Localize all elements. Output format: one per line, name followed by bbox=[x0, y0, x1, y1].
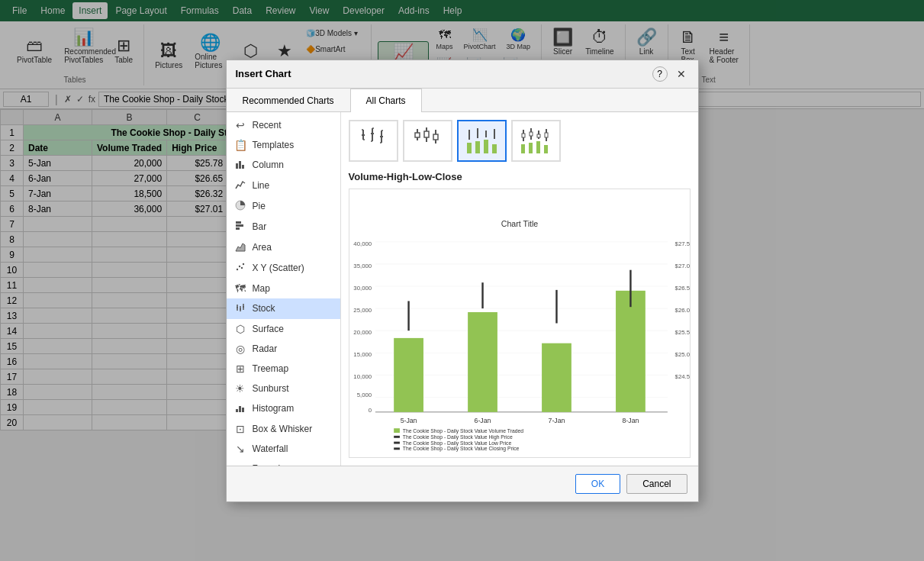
svg-text:$26.00: $26.00 bbox=[674, 306, 689, 313]
svg-text:5,000: 5,000 bbox=[356, 392, 371, 398]
chart-preview-svg: Chart Title 40,000 35,000 30,000 25,000 … bbox=[349, 189, 690, 457]
chart-type-column[interactable]: Column bbox=[227, 155, 340, 176]
chart-type-treemap[interactable]: ⊞ Treemap bbox=[227, 359, 340, 379]
svg-rect-4 bbox=[236, 221, 241, 224]
chart-type-recent[interactable]: ↩ Recent bbox=[227, 115, 340, 135]
svg-text:30,000: 30,000 bbox=[353, 284, 372, 291]
tab-all-charts[interactable]: All Charts bbox=[350, 89, 422, 112]
treemap-chart-icon: ⊞ bbox=[234, 363, 246, 375]
svg-rect-100 bbox=[394, 435, 400, 437]
radar-chart-icon: ◎ bbox=[234, 343, 246, 355]
chart-type-sunburst[interactable]: ☀ Sunburst bbox=[227, 379, 340, 398]
chart-type-histogram[interactable]: Histogram bbox=[227, 398, 340, 419]
cancel-button[interactable]: Cancel bbox=[626, 474, 687, 494]
column-chart-icon bbox=[234, 159, 246, 172]
chart-preview: Chart Title 40,000 35,000 30,000 25,000 … bbox=[349, 189, 691, 458]
box-whisker-icon: ⊡ bbox=[234, 423, 246, 435]
dialog-body: ↩ Recent 📋 Templates Column bbox=[227, 112, 698, 466]
chart-type-templates[interactable]: 📋 Templates bbox=[227, 135, 340, 155]
sunburst-chart-icon: ☀ bbox=[234, 382, 246, 395]
svg-rect-48 bbox=[529, 143, 533, 153]
chart-type-sunburst-label: Sunburst bbox=[253, 383, 289, 394]
chart-type-box-whisker-label: Box & Whisker bbox=[253, 424, 313, 434]
pie-chart-icon bbox=[234, 200, 246, 213]
svg-text:6-Jan: 6-Jan bbox=[474, 417, 491, 424]
chart-type-recent-label: Recent bbox=[253, 120, 282, 131]
selected-chart-name: Volume-High-Low-Close bbox=[349, 171, 691, 182]
svg-rect-52 bbox=[522, 134, 525, 137]
chart-thumb-ohlc[interactable] bbox=[403, 120, 452, 162]
svg-text:The Cookie Shop - Daily Stock : The Cookie Shop - Daily Stock Value Clos… bbox=[402, 446, 519, 452]
svg-rect-0 bbox=[236, 163, 238, 169]
svg-rect-56 bbox=[537, 134, 540, 137]
templates-icon: 📋 bbox=[234, 139, 246, 151]
chart-type-waterfall[interactable]: ↘ Waterfall bbox=[227, 439, 340, 459]
svg-point-10 bbox=[240, 266, 242, 268]
chart-type-box-whisker[interactable]: ⊡ Box & Whisker bbox=[227, 419, 340, 439]
svg-rect-1 bbox=[239, 161, 241, 169]
svg-rect-89 bbox=[616, 290, 646, 411]
svg-rect-49 bbox=[536, 141, 540, 153]
svg-rect-58 bbox=[545, 133, 548, 137]
chart-thumb-hlc[interactable] bbox=[349, 120, 398, 162]
svg-text:20,000: 20,000 bbox=[353, 329, 372, 336]
svg-text:$25.00: $25.00 bbox=[674, 351, 689, 358]
svg-rect-40 bbox=[475, 141, 480, 153]
svg-rect-19 bbox=[239, 406, 241, 412]
chart-type-bar-label: Bar bbox=[253, 221, 267, 232]
svg-rect-2 bbox=[242, 165, 244, 169]
chart-type-stock[interactable]: Stock bbox=[227, 298, 340, 319]
bar-chart-icon bbox=[234, 221, 246, 234]
svg-text:5-Jan: 5-Jan bbox=[400, 417, 417, 424]
svg-text:15,000: 15,000 bbox=[353, 351, 372, 358]
dialog-help-button[interactable]: ? bbox=[652, 66, 668, 82]
svg-rect-87 bbox=[468, 311, 497, 411]
dialog-footer: OK Cancel bbox=[227, 466, 698, 501]
chart-type-radar-label: Radar bbox=[253, 343, 278, 354]
chart-type-xy-scatter[interactable]: X Y (Scatter) bbox=[227, 258, 340, 279]
chart-type-surface-label: Surface bbox=[253, 324, 284, 334]
chart-type-histogram-label: Histogram bbox=[253, 403, 295, 414]
map-chart-icon: 🗺 bbox=[234, 282, 246, 295]
svg-rect-34 bbox=[415, 133, 420, 137]
tab-recommended-charts[interactable]: Recommended Charts bbox=[227, 89, 350, 112]
chart-thumb-vhlc[interactable] bbox=[457, 120, 507, 162]
chart-panel: Volume-High-Low-Close Chart Title 40,000… bbox=[341, 112, 698, 466]
svg-text:$26.50: $26.50 bbox=[674, 284, 689, 291]
stock-chart-icon bbox=[234, 302, 246, 315]
svg-text:10,000: 10,000 bbox=[353, 373, 372, 380]
chart-type-radar[interactable]: ◎ Radar bbox=[227, 339, 340, 359]
svg-text:25,000: 25,000 bbox=[353, 306, 372, 313]
svg-rect-86 bbox=[394, 337, 423, 411]
chart-type-stock-label: Stock bbox=[253, 303, 275, 314]
chart-type-surface[interactable]: ⬡ Surface bbox=[227, 319, 340, 339]
svg-rect-98 bbox=[394, 428, 400, 433]
histogram-chart-icon bbox=[234, 402, 246, 415]
svg-text:$27.50: $27.50 bbox=[674, 240, 689, 247]
dialog-close-button[interactable]: ✕ bbox=[674, 66, 689, 82]
svg-marker-7 bbox=[236, 243, 245, 251]
svg-rect-6 bbox=[236, 227, 240, 230]
svg-rect-54 bbox=[530, 132, 533, 136]
chart-type-line[interactable]: Line bbox=[227, 176, 340, 196]
chart-thumb-vohlc[interactable] bbox=[511, 120, 561, 162]
svg-point-11 bbox=[242, 263, 243, 264]
svg-text:40,000: 40,000 bbox=[353, 240, 372, 247]
svg-text:$24.50: $24.50 bbox=[674, 373, 689, 380]
chart-type-xy-scatter-label: X Y (Scatter) bbox=[253, 263, 304, 273]
svg-rect-5 bbox=[236, 224, 243, 227]
insert-chart-dialog: Insert Chart ? ✕ Recommended Charts All … bbox=[226, 60, 699, 502]
svg-rect-39 bbox=[467, 143, 472, 153]
line-chart-icon bbox=[234, 179, 246, 192]
svg-text:35,000: 35,000 bbox=[353, 262, 372, 269]
ok-button[interactable]: OK bbox=[575, 474, 620, 494]
chart-type-map[interactable]: 🗺 Map bbox=[227, 279, 340, 298]
chart-type-area[interactable]: Area bbox=[227, 237, 340, 258]
svg-text:$25.50: $25.50 bbox=[674, 329, 689, 336]
chart-type-map-label: Map bbox=[253, 283, 270, 294]
dialog-tabs: Recommended Charts All Charts bbox=[227, 89, 698, 112]
chart-type-funnel[interactable]: ▽ Funnel bbox=[227, 459, 340, 466]
chart-type-bar[interactable]: Bar bbox=[227, 217, 340, 237]
svg-text:7-Jan: 7-Jan bbox=[548, 417, 565, 424]
chart-type-pie[interactable]: Pie bbox=[227, 196, 340, 217]
